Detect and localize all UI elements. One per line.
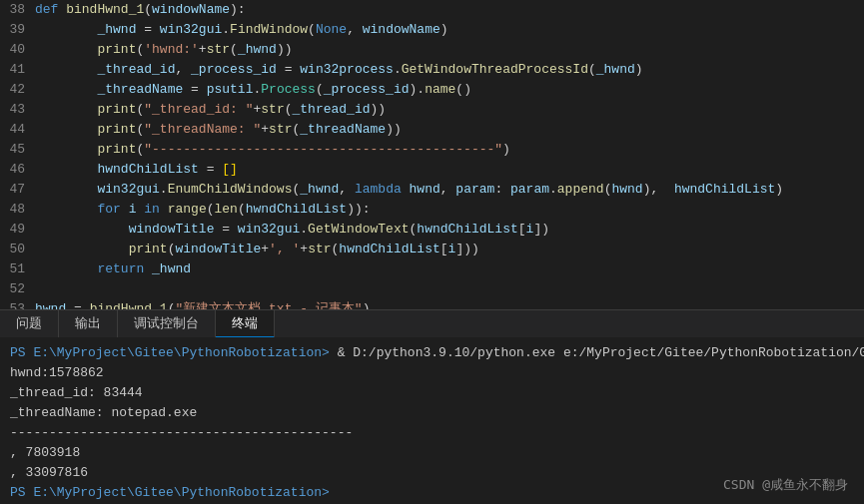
line-number: 45 bbox=[0, 140, 35, 160]
terminal-line: PS E:\MyProject\Gitee\PythonRobotization… bbox=[10, 343, 854, 363]
line-number: 42 bbox=[0, 80, 35, 100]
line-content: _threadName = psutil.Process(_process_id… bbox=[35, 80, 471, 100]
line-content: print("_thread_id: "+str(_thread_id)) bbox=[35, 100, 386, 120]
code-line: 47 win32gui.EnumChildWindows(_hwnd, lamb… bbox=[0, 180, 864, 200]
line-number: 44 bbox=[0, 120, 35, 140]
line-number: 50 bbox=[0, 240, 35, 259]
code-line: 49 windowTitle = win32gui.GetWindowText(… bbox=[0, 220, 864, 240]
line-number: 53 bbox=[0, 299, 35, 309]
terminal-line: ----------------------------------------… bbox=[10, 423, 854, 443]
code-line: 50 print(windowTitle+', '+str(hwndChildL… bbox=[0, 240, 864, 259]
line-content: return _hwnd bbox=[35, 259, 191, 279]
code-line: 48 for i in range(len(hwndChildList)): bbox=[0, 200, 864, 220]
line-content: _hwnd = win32gui.FindWindow(None, window… bbox=[35, 20, 448, 40]
line-content: hwnd = bindHwnd_1("新建文本文档.txt - 记事本") bbox=[35, 299, 370, 309]
code-line: 41 _thread_id, _process_id = win32proces… bbox=[0, 60, 864, 80]
line-content: win32gui.EnumChildWindows(_hwnd, lambda … bbox=[35, 180, 783, 200]
line-number: 39 bbox=[0, 20, 35, 40]
code-line: 43 print("_thread_id: "+str(_thread_id)) bbox=[0, 100, 864, 120]
line-content: print("_threadName: "+str(_threadName)) bbox=[35, 120, 402, 140]
editor-area: 38def bindHwnd_1(windowName):39 _hwnd = … bbox=[0, 0, 864, 309]
line-content: print("---------------------------------… bbox=[35, 140, 510, 160]
line-number: 48 bbox=[0, 200, 35, 220]
line-number: 49 bbox=[0, 220, 35, 240]
line-number: 40 bbox=[0, 40, 35, 60]
line-content: def bindHwnd_1(windowName): bbox=[35, 0, 246, 20]
tab-item-终端[interactable]: 终端 bbox=[216, 310, 275, 338]
line-content: print(windowTitle+', '+str(hwndChildList… bbox=[35, 240, 479, 259]
line-content: windowTitle = win32gui.GetWindowText(hwn… bbox=[35, 220, 549, 240]
code-line: 38def bindHwnd_1(windowName): bbox=[0, 0, 864, 20]
code-line: 42 _threadName = psutil.Process(_process… bbox=[0, 80, 864, 100]
terminal-line: hwnd:1578862 bbox=[10, 363, 854, 383]
terminal-area: PS E:\MyProject\Gitee\PythonRobotization… bbox=[0, 337, 864, 504]
line-number: 41 bbox=[0, 60, 35, 80]
watermark: CSDN @咸鱼永不翻身 bbox=[723, 476, 848, 494]
terminal-line: _thread_id: 83444 bbox=[10, 383, 854, 403]
line-content: print('hwnd:'+str(_hwnd)) bbox=[35, 40, 293, 60]
tab-bar: 问题输出调试控制台终端 bbox=[0, 309, 864, 337]
code-line: 40 print('hwnd:'+str(_hwnd)) bbox=[0, 40, 864, 60]
terminal-line: , 7803918 bbox=[10, 443, 854, 463]
tab-item-问题[interactable]: 问题 bbox=[0, 310, 59, 338]
tab-item-输出[interactable]: 输出 bbox=[59, 310, 118, 338]
line-number: 52 bbox=[0, 279, 35, 299]
line-number: 43 bbox=[0, 100, 35, 120]
line-content: _thread_id, _process_id = win32process.G… bbox=[35, 60, 643, 80]
line-number: 38 bbox=[0, 0, 35, 20]
code-line: 39 _hwnd = win32gui.FindWindow(None, win… bbox=[0, 20, 864, 40]
code-line: 53hwnd = bindHwnd_1("新建文本文档.txt - 记事本") bbox=[0, 299, 864, 309]
code-line: 52 bbox=[0, 279, 864, 299]
line-content: hwndChildList = [] bbox=[35, 160, 238, 180]
code-line: 51 return _hwnd bbox=[0, 259, 864, 279]
code-line: 46 hwndChildList = [] bbox=[0, 160, 864, 180]
tab-item-调试控制台[interactable]: 调试控制台 bbox=[118, 310, 216, 338]
line-content: for i in range(len(hwndChildList)): bbox=[35, 200, 371, 220]
line-number: 46 bbox=[0, 160, 35, 180]
code-line: 45 print("------------------------------… bbox=[0, 140, 864, 160]
terminal-line: _threadName: notepad.exe bbox=[10, 403, 854, 423]
line-number: 47 bbox=[0, 180, 35, 200]
code-line: 44 print("_threadName: "+str(_threadName… bbox=[0, 120, 864, 140]
line-number: 51 bbox=[0, 259, 35, 279]
